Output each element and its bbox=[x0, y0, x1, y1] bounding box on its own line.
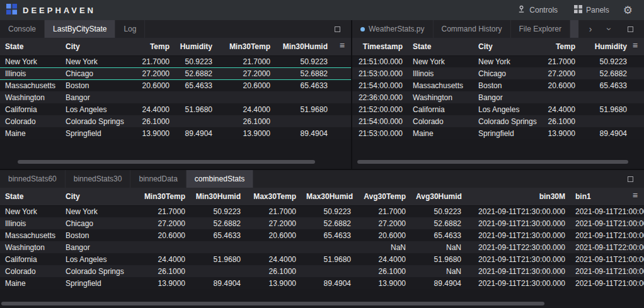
panels-button[interactable]: Panels bbox=[566, 2, 617, 18]
cell-timestamp[interactable]: 21:53:00.000 bbox=[352, 67, 408, 79]
cell-state[interactable]: Washington bbox=[408, 91, 473, 103]
cell-temp[interactable]: 26.1000 bbox=[541, 115, 580, 127]
cell-bin30m[interactable]: 2021-09-11T22:30:00.000 bbox=[466, 241, 570, 253]
scrollbar-thumb[interactable] bbox=[1, 302, 544, 305]
cell-city[interactable]: New York bbox=[60, 205, 134, 217]
cell-city[interactable]: Springfield bbox=[60, 127, 134, 139]
cell-avg30temp[interactable]: NaN bbox=[356, 241, 411, 253]
horizontal-scrollbar[interactable] bbox=[0, 160, 351, 164]
cell-state[interactable]: California bbox=[0, 103, 60, 115]
cell-max30temp[interactable]: 26.1000 bbox=[246, 265, 301, 277]
cell-min30temp[interactable]: 27.2000 bbox=[134, 217, 190, 229]
cell-timestamp[interactable]: 21:52:00.000 bbox=[352, 103, 408, 115]
cell-avg30temp[interactable]: 27.2000 bbox=[356, 217, 411, 229]
cell-avg30temp[interactable]: 26.1000 bbox=[356, 265, 411, 277]
cell-humidity[interactable]: 65.4633 bbox=[175, 79, 217, 91]
cell-min30humid[interactable] bbox=[190, 241, 246, 253]
cell-max30humid[interactable]: 51.9680 bbox=[301, 253, 356, 265]
cell-min30temp[interactable]: 20.6000 bbox=[134, 229, 190, 241]
cell-avg30temp[interactable]: 21.7000 bbox=[356, 205, 411, 217]
cell-min30temp[interactable]: 26.1000 bbox=[217, 115, 275, 127]
horizontal-scrollbar[interactable] bbox=[0, 302, 644, 305]
cell-min30humid[interactable]: 65.4633 bbox=[275, 79, 333, 91]
cell-max30humid[interactable]: 50.9223 bbox=[301, 205, 356, 217]
table-row[interactable]: IllinoisChicago27.200052.688227.200052.6… bbox=[0, 217, 644, 229]
table-row[interactable]: MaineSpringfield13.900089.490413.900089.… bbox=[0, 277, 644, 289]
cell-city[interactable]: Colorado Springs bbox=[60, 265, 134, 277]
cell-bin1[interactable]: 2021-09-11T21:00:00.000 bbox=[570, 229, 644, 241]
cell-bin30m[interactable]: 2021-09-11T21:30:00.000 bbox=[466, 205, 570, 217]
cell-avg30humid[interactable]: 50.9223 bbox=[411, 205, 466, 217]
cell-city[interactable]: New York bbox=[473, 55, 541, 67]
cell-min30humid[interactable]: 50.9223 bbox=[190, 205, 246, 217]
column-header-state[interactable]: State bbox=[0, 38, 60, 55]
cell-state[interactable]: Maine bbox=[0, 127, 60, 139]
cell-bin30m[interactable]: 2021-09-11T21:30:00.000 bbox=[466, 277, 570, 289]
cell-city[interactable]: Bangor bbox=[473, 91, 541, 103]
cell-city[interactable]: Los Angeles bbox=[60, 103, 134, 115]
tab-weatherstats-py[interactable]: WeatherStats.py bbox=[352, 20, 434, 38]
table-row[interactable]: 21:51:00.000New YorkNew York21.700050.92… bbox=[352, 55, 644, 67]
cell-timestamp[interactable]: 21:51:00.000 bbox=[352, 55, 408, 67]
cell-temp[interactable] bbox=[134, 91, 175, 103]
tab-list-button[interactable]: › bbox=[603, 22, 616, 36]
tab-command-history[interactable]: Command History bbox=[434, 20, 511, 38]
column-header-city[interactable]: City bbox=[473, 38, 541, 55]
column-header-state[interactable]: State bbox=[408, 38, 473, 55]
column-header-humidity[interactable]: Humidity bbox=[580, 38, 632, 55]
cell-temp[interactable]: 13.9000 bbox=[541, 127, 580, 139]
cell-bin1[interactable]: 2021-09-11T21:00:00.000 bbox=[570, 253, 644, 265]
cell-bin1[interactable]: 2021-09-11T21:00:00.000 bbox=[570, 265, 644, 277]
cell-temp[interactable]: 21.7000 bbox=[541, 55, 580, 67]
cell-temp[interactable]: 27.2000 bbox=[541, 67, 580, 79]
cell-max30humid[interactable]: 65.4633 bbox=[301, 229, 356, 241]
cell-state[interactable]: Massachusetts bbox=[408, 79, 473, 91]
cell-max30temp[interactable]: 27.2000 bbox=[246, 217, 301, 229]
cell-bin1[interactable]: 2021-09-11T21:00:00.000 bbox=[570, 277, 644, 289]
cell-humidity[interactable]: 65.4633 bbox=[580, 79, 632, 91]
cell-temp[interactable]: 24.4000 bbox=[541, 103, 580, 115]
cell-avg30temp[interactable]: 13.9000 bbox=[356, 277, 411, 289]
cell-max30temp[interactable]: 21.7000 bbox=[246, 205, 301, 217]
table-row[interactable]: CaliforniaLos Angeles24.400051.968024.40… bbox=[0, 253, 644, 265]
cell-city[interactable]: Chicago bbox=[60, 67, 134, 79]
table-row[interactable]: IllinoisChicago27.200052.688227.200052.6… bbox=[0, 67, 351, 79]
grid-menu-icon[interactable]: ≡ bbox=[633, 41, 638, 50]
controls-button[interactable]: Controls bbox=[510, 2, 565, 18]
cell-humidity[interactable]: 52.6882 bbox=[175, 67, 217, 79]
cell-state[interactable]: Colorado bbox=[0, 115, 60, 127]
maximize-button[interactable] bbox=[623, 24, 638, 35]
cell-min30humid[interactable]: 52.6882 bbox=[275, 67, 333, 79]
column-header-timestamp[interactable]: Timestamp bbox=[352, 38, 408, 55]
cell-city[interactable]: Colorado Springs bbox=[60, 115, 134, 127]
cell-state[interactable]: New York bbox=[408, 55, 473, 67]
cell-temp[interactable]: 27.2000 bbox=[134, 67, 175, 79]
cell-city[interactable]: Chicago bbox=[60, 217, 134, 229]
column-header-min30humid[interactable]: Min30Humid bbox=[275, 38, 333, 55]
cell-state[interactable]: Illinois bbox=[0, 217, 60, 229]
table-row[interactable]: MaineSpringfield13.900089.490413.900089.… bbox=[0, 127, 351, 139]
cell-humidity[interactable]: 50.9223 bbox=[580, 55, 632, 67]
cell-min30temp[interactable]: 26.1000 bbox=[134, 265, 190, 277]
cell-temp[interactable]: 24.4000 bbox=[134, 103, 175, 115]
cell-humidity[interactable]: 52.6882 bbox=[580, 67, 632, 79]
tab-scroll-right-button[interactable]: › bbox=[584, 22, 597, 36]
table-row[interactable]: 21:54:00.000ColoradoColorado Springs26.1… bbox=[352, 115, 644, 127]
cell-state[interactable]: Washington bbox=[0, 241, 60, 253]
cell-state[interactable]: California bbox=[0, 253, 60, 265]
cell-max30humid[interactable]: 89.4904 bbox=[301, 277, 356, 289]
cell-humidity[interactable] bbox=[175, 91, 217, 103]
column-header-min30temp[interactable]: Min30Temp bbox=[217, 38, 275, 55]
cell-state[interactable]: New York bbox=[0, 205, 60, 217]
tab-combinedstats[interactable]: combinedStats bbox=[187, 170, 253, 188]
cell-state[interactable]: Colorado bbox=[408, 115, 473, 127]
column-header-max30humid[interactable]: Max30Humid bbox=[301, 188, 356, 205]
horizontal-scrollbar[interactable] bbox=[352, 160, 644, 164]
cell-city[interactable]: Bangor bbox=[60, 91, 134, 103]
tab-file-explorer[interactable]: File Explorer bbox=[511, 20, 570, 38]
cell-timestamp[interactable]: 21:54:00.000 bbox=[352, 79, 408, 91]
table-row[interactable]: New YorkNew York21.700050.922321.700050.… bbox=[0, 205, 644, 217]
cell-min30temp[interactable] bbox=[217, 91, 275, 103]
grid-menu-icon[interactable]: ≡ bbox=[340, 41, 345, 50]
column-header-state[interactable]: State bbox=[0, 188, 60, 205]
